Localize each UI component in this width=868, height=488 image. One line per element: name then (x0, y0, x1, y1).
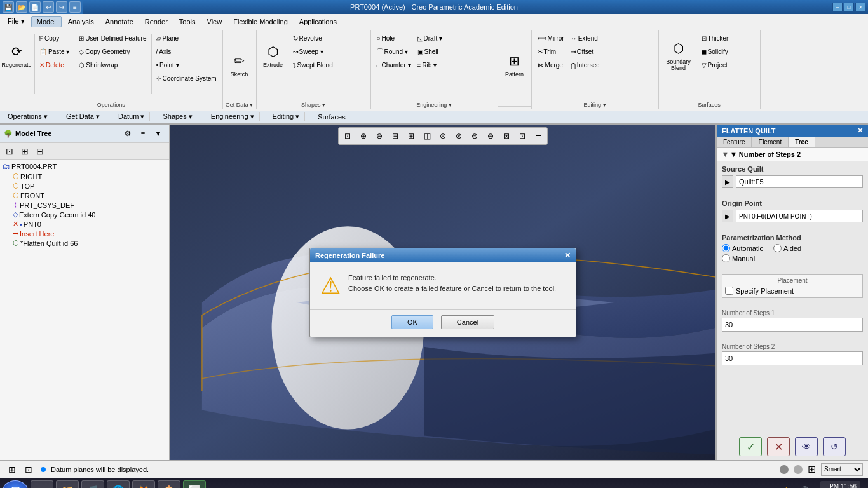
rp-tab-tree[interactable]: Tree (789, 137, 815, 147)
mirror-btn[interactable]: ⟺ Mirror (534, 32, 567, 44)
rp-close-btn[interactable]: ✕ (857, 126, 863, 135)
selection-mode-dropdown[interactable]: Smart Geometry (821, 463, 863, 476)
chamfer-btn[interactable]: ⌐ Chamfer ▾ (374, 58, 414, 71)
taskbar-ie[interactable]: e (31, 480, 53, 488)
tree-item-right[interactable]: ⬡ RIGHT (10, 172, 169, 181)
thicken-btn[interactable]: ⊡ Thicken (698, 32, 733, 44)
tree-item-front[interactable]: ⬡ FRONT (10, 191, 169, 200)
shrinkwrap-btn[interactable]: ⬡ Shrinkwrap (76, 58, 149, 71)
dialog-cancel-btn[interactable]: Cancel (441, 315, 494, 329)
dialog-ok-btn[interactable]: OK (391, 315, 433, 329)
source-quilt-select-btn[interactable]: ▶ (722, 175, 733, 188)
rp-tab-element[interactable]: Element (752, 137, 789, 147)
maximize-btn[interactable]: □ (844, 3, 854, 11)
radio-manual[interactable]: Manual (722, 254, 755, 262)
regenerate-btn[interactable]: ⟳ Regenerate (3, 32, 31, 78)
revolve-btn[interactable]: ↻ Revolve (290, 32, 336, 44)
copy-btn[interactable]: ⎘ Copy (36, 32, 72, 44)
close-btn[interactable]: ✕ (855, 3, 865, 11)
warning-tray-icon[interactable]: ⚠ (782, 485, 790, 488)
axis-btn[interactable]: / Axis (153, 45, 220, 58)
spin-center-icon[interactable]: ⊞ (808, 463, 816, 475)
ops-section-engineering[interactable]: Engineering ▾ (206, 112, 260, 121)
sweep-btn[interactable]: ↝ Sweep ▾ (290, 45, 336, 58)
ops-section-getdata[interactable]: Get Data ▾ (61, 112, 105, 121)
tree-item-insert-here[interactable]: ➡ Insert Here (10, 229, 169, 238)
menu-file[interactable]: File ▾ (3, 16, 30, 27)
origin-point-input[interactable] (736, 210, 863, 222)
redo-qa-btn[interactable]: ↪ (56, 1, 67, 13)
menu-analysis[interactable]: Analysis (63, 17, 99, 27)
menu-model[interactable]: Model (31, 16, 62, 27)
tree-item-top[interactable]: ⬡ TOP (10, 181, 169, 191)
save-qa-btn[interactable]: 💾 (3, 1, 14, 13)
viewport[interactable]: ⊡ ⊕ ⊖ ⊟ ⊞ ◫ ⊙ ⊛ ⊜ ⊝ ⊠ ⊡ ⊢ Regeneration F… (170, 125, 715, 460)
tree-tool-3[interactable]: ⊟ (33, 144, 47, 158)
menu-applications[interactable]: Applications (294, 17, 342, 27)
clock[interactable]: PM 11:56 19-07-2014 (820, 481, 860, 488)
tree-item-csys[interactable]: ⊹ PRT_CSYS_DEF (10, 200, 169, 210)
rp-preview-btn[interactable]: 👁 (795, 437, 818, 456)
tree-tool-2[interactable]: ⊞ (18, 144, 32, 158)
more-qa-btn[interactable]: ≡ (69, 1, 81, 13)
rp-ok-btn[interactable]: ✓ (739, 437, 762, 456)
trim-btn[interactable]: ✂ Trim (534, 45, 567, 58)
shell-btn[interactable]: ▣ Shell (414, 45, 445, 58)
point-btn[interactable]: • Point ▾ (153, 58, 220, 71)
taskbar-creo[interactable]: ⬜ (183, 480, 206, 488)
round-btn[interactable]: ⌒ Round ▾ (374, 45, 414, 58)
menu-tools[interactable]: Tools (174, 17, 201, 27)
menu-render[interactable]: Render (140, 17, 173, 27)
taskbar-chrome[interactable]: 🌐 (107, 480, 130, 488)
extend-btn[interactable]: ↔ Extend (567, 32, 604, 44)
layer-btn[interactable]: ⊞ (5, 463, 19, 477)
extrude-btn[interactable]: ⬡ Extrude (259, 32, 287, 78)
open-qa-btn[interactable]: 📂 (16, 1, 27, 13)
tree-settings-btn[interactable]: ⚙ (121, 126, 135, 140)
plane-btn[interactable]: ▱ Plane (153, 32, 220, 44)
radio-automatic-input[interactable] (722, 244, 730, 252)
rib-btn[interactable]: ≡ Rib ▾ (414, 58, 445, 71)
display-btn[interactable]: ⊡ (22, 463, 36, 477)
tree-item-prt0004[interactable]: 🗂 PRT0004.PRT (0, 161, 169, 172)
hole-btn[interactable]: ○ Hole (374, 32, 414, 44)
rp-tab-feature[interactable]: Feature (717, 137, 752, 147)
start-button[interactable]: ⊞ (3, 480, 28, 488)
taskbar-files[interactable]: 📁 (56, 480, 79, 488)
menu-view[interactable]: View (202, 17, 227, 27)
new-qa-btn[interactable]: 📄 (29, 1, 41, 13)
ops-section-datum[interactable]: Datum ▾ (113, 112, 150, 121)
merge-btn[interactable]: ⋈ Merge (534, 58, 567, 71)
tree-item-pnt0[interactable]: ✕ • PNT0 (10, 219, 169, 229)
menu-flexible-modeling[interactable]: Flexible Modeling (228, 17, 293, 27)
paste-btn[interactable]: 📋 Paste ▾ (36, 45, 72, 58)
tree-tool-1[interactable]: ⊡ (3, 144, 17, 158)
coord-sys-btn[interactable]: ⊹ Coordinate System (153, 72, 220, 85)
origin-point-select-btn[interactable]: ▶ (722, 210, 733, 222)
pattern-btn[interactable]: ⊞ Pattern (501, 41, 529, 87)
tree-expand-btn[interactable]: ▾ (151, 126, 165, 140)
tree-item-extern-copy[interactable]: ◇ Extern Copy Geom id 40 (10, 210, 169, 219)
project-btn[interactable]: ▽ Project (698, 58, 733, 71)
delete-btn[interactable]: ✕ Delete (36, 58, 72, 71)
tree-columns-btn[interactable]: ≡ (136, 126, 150, 140)
radio-aided[interactable]: Aided (773, 244, 801, 252)
copy-geometry-btn[interactable]: ◇ Copy Geometry (76, 45, 149, 58)
minimize-btn[interactable]: ─ (832, 3, 843, 11)
user-defined-feature-btn[interactable]: ⊞ User-Defined Feature (76, 32, 149, 44)
rp-reset-btn[interactable]: ↺ (823, 437, 846, 456)
source-quilt-input[interactable] (736, 175, 863, 188)
specify-placement-checkbox[interactable] (725, 287, 733, 295)
ops-section-shapes[interactable]: Shapes ▾ (158, 112, 198, 121)
swept-blend-btn[interactable]: ⤵ Swept Blend (290, 58, 336, 71)
radio-aided-input[interactable] (773, 244, 782, 252)
menu-annotate[interactable]: Annotate (100, 17, 139, 27)
rp-cancel-btn[interactable]: ✕ (767, 437, 790, 456)
taskbar-media[interactable]: 🎵 (81, 480, 104, 488)
intersect-btn[interactable]: ⋂ Intersect (567, 58, 604, 71)
tree-item-flatten-quilt[interactable]: ⬡ *Flatten Quilt id 66 (10, 238, 169, 248)
draft-btn[interactable]: ◺ Draft ▾ (414, 32, 445, 44)
ops-section-operations[interactable]: Operations ▾ (3, 112, 53, 121)
steps1-input[interactable] (722, 318, 863, 332)
boundary-blend-btn[interactable]: ⬡ Boundary Blend (661, 32, 696, 78)
